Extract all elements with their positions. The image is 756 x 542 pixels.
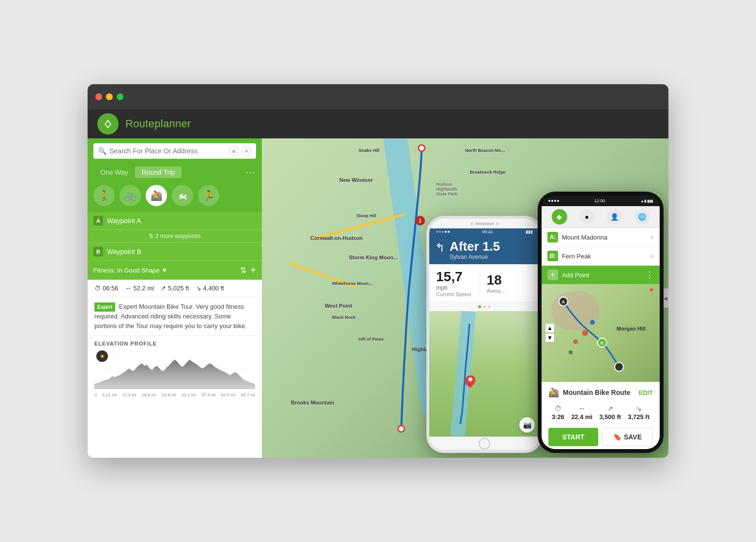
signal-dots — [436, 231, 450, 233]
svg-point-4 — [419, 146, 424, 151]
zoom-out[interactable]: ▼ — [545, 333, 554, 342]
mode-cycling[interactable]: 🚲 — [120, 185, 141, 206]
speed-label: Current Speed — [436, 291, 471, 297]
route-stats-row: ⏱ 3:26 ↔ 22.4 mi ↗ 3,500 ft — [548, 402, 653, 424]
stat-descent: ↘ 4,400 ft — [196, 285, 224, 292]
fitness-swap-icon[interactable]: ⇅ — [240, 266, 246, 275]
city-whitehorse: Whitehorse Moun... — [332, 281, 372, 286]
add-point-row[interactable]: + Add Point ⋮ — [542, 266, 660, 284]
distance-icon: ↔ — [125, 285, 132, 292]
city-north-beacon: North Beacon Mo... — [465, 148, 505, 153]
route-point-a: A: Mount Madonna ≡ — [542, 228, 660, 247]
white-statusbar: 09:41 ▮▮▮ — [429, 228, 540, 235]
waypoint-b-label: B — [93, 247, 103, 256]
stat-route-distance: ↔ 22.4 mi — [571, 405, 592, 421]
speed-divider — [479, 273, 479, 293]
fitness-row: Fitness: In Good Shape ▼ ⇅ + — [88, 261, 262, 280]
svg-text:Morgan Hill: Morgan Hill — [617, 326, 646, 331]
route-point-b-label: B: — [547, 251, 558, 261]
black-route-svg: A B Morgan Hill — [542, 284, 660, 382]
expert-badge: Expert — [94, 302, 115, 312]
svg-point-16 — [582, 330, 588, 336]
app-header: Routeplanner — [88, 109, 668, 138]
elevation-star-icon: ★ — [96, 350, 108, 362]
waypoint-a-row[interactable]: A Waypoint A — [88, 212, 262, 230]
more-waypoints[interactable]: ⇅ 2 more waypoints — [88, 230, 262, 243]
route-point-b: B: Fern Peak ≡ — [542, 247, 660, 266]
camera-dot — [470, 223, 473, 225]
elevation-title: ELEVATION PROFILE — [94, 341, 255, 346]
route-ascent: 3,500 ft — [599, 413, 621, 421]
city-brooks: Brooks Mountain — [291, 400, 334, 406]
city-snake-hill: Snake Hill — [359, 148, 379, 153]
home-button[interactable] — [479, 438, 490, 450]
route-buttons: START 🔖 SAVE — [548, 428, 653, 446]
route-descent: 3,725 ft — [628, 413, 650, 421]
city-storm-king: Storm King Moun... — [349, 255, 398, 260]
avg-label: Avera... — [487, 288, 505, 294]
search-input-wrapper[interactable]: 🔍 ⊕ ✕ — [93, 143, 256, 159]
elevation-chart — [94, 350, 255, 389]
route-point-b-menu[interactable]: ≡ — [650, 252, 654, 260]
ascent-icon: ↗ — [161, 285, 166, 292]
elevation-section: ELEVATION PROFILE ★ — [88, 336, 262, 458]
camera-button[interactable]: 📷 — [519, 417, 535, 433]
route-distance: 22.4 mi — [571, 413, 592, 421]
route-points: A: Mount Madonna ≡ B: Fern Peak ≡ + — [542, 228, 660, 284]
stat-distance: ↔ 52.2 mi — [125, 285, 154, 292]
svg-text:B: B — [601, 341, 604, 346]
mode-walking[interactable]: 🚶 — [93, 185, 115, 206]
current-speed-value: 15,7 — [436, 269, 471, 285]
mode-mountain-bike[interactable]: 🚵 — [146, 185, 167, 206]
route-point-a-menu[interactable]: ≡ — [650, 233, 654, 241]
desktop-window: Routeplanner 🔍 ⊕ ✕ One Way Round Trip — [88, 84, 668, 458]
gps-pin-icon: 📍 — [648, 288, 655, 295]
phone-white: 09:41 ▮▮▮ ↰ After 1.5 Sylvan Avenue — [426, 216, 543, 453]
save-button[interactable]: 🔖 SAVE — [602, 428, 653, 446]
add-point-icon: + — [547, 270, 558, 280]
app-title: Routeplanner — [125, 118, 191, 130]
city-sloop: Sloop Hill — [356, 213, 377, 218]
edit-button[interactable]: EDIT — [638, 389, 653, 396]
add-point-options[interactable]: ⋮ — [645, 270, 654, 280]
elevation-labels: 0 6.21 mi 12.4 mi 18.6 mi 24.9 mi 31.1 m… — [94, 392, 255, 397]
phone-white-screen: 09:41 ▮▮▮ ↰ After 1.5 Sylvan Avenue — [429, 228, 540, 437]
tab-one-way[interactable]: One Way — [93, 166, 135, 178]
tab-round-trip[interactable]: Round Trip — [135, 166, 181, 178]
waypoint-b-row[interactable]: B Waypoint B — [88, 243, 262, 261]
minimize-button[interactable] — [106, 93, 113, 100]
route-info-bottom: 🚵 Mountain Bike Route EDIT ⏱ 3:26 — [542, 382, 660, 449]
route-title-row: 🚵 Mountain Bike Route EDIT — [548, 387, 653, 398]
map-area[interactable]: 1 New Windsor Cornwall-on-Hudson West Po… — [262, 138, 668, 458]
nav-tab-location[interactable]: ● — [579, 209, 595, 225]
start-button[interactable]: START — [548, 428, 598, 446]
route-name: Mountain Bike Route — [563, 389, 630, 396]
phone-black: 12:00 ▲▮ ▮▮▮ ◆ ● 👤 🌐 — [538, 192, 664, 453]
stat-route-descent: ↘ 3,725 ft — [628, 405, 650, 421]
nav-tab-profile[interactable]: 👤 — [607, 209, 622, 225]
search-input[interactable] — [109, 147, 226, 155]
nav-distance: After 1.5 — [450, 240, 534, 253]
fitness-add-icon[interactable]: + — [250, 265, 256, 276]
mode-running[interactable]: 🏃 — [198, 185, 219, 206]
waypoint-a-label: A — [93, 216, 103, 226]
nav-tab-globe[interactable]: 🌐 — [635, 209, 650, 225]
fitness-label[interactable]: Fitness: In Good Shape ▼ — [93, 267, 167, 274]
route-options-button[interactable]: ··· — [246, 167, 256, 178]
descent-icon: ↘ — [196, 285, 201, 292]
nav-header: ↰ After 1.5 Sylvan Avenue — [429, 235, 540, 264]
gps-icon[interactable]: ⊕ — [229, 146, 239, 156]
speed-display: 15,7 mph Current Speed — [436, 269, 471, 297]
route-title-left: 🚵 Mountain Bike Route — [548, 387, 630, 398]
zoom-controls: ▲ ▼ — [545, 324, 554, 342]
elevation-profile: ★ — [94, 350, 255, 408]
maximize-button[interactable] — [117, 93, 123, 100]
close-button[interactable] — [95, 93, 102, 100]
waypoint-b-name: Waypoint B — [107, 248, 141, 256]
mode-offroad[interactable]: 🏍 — [172, 185, 193, 206]
zoom-in[interactable]: ▲ — [545, 324, 554, 332]
transport-modes: 🚶 🚲 🚵 🏍 🏃 — [88, 181, 262, 212]
speed-unit: mph — [436, 285, 471, 291]
nav-tab-route[interactable]: ◆ — [552, 209, 567, 225]
clear-search-icon[interactable]: ✕ — [242, 146, 251, 156]
